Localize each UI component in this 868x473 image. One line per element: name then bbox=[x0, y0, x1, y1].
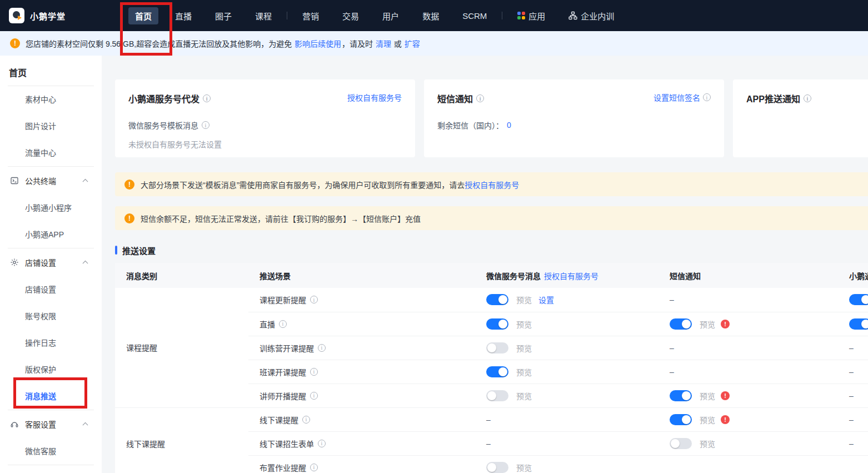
preview-link[interactable]: 预览 bbox=[700, 416, 715, 425]
main-nav: 首页 直播 圈子 课程 营销 交易 用户 数据 SCRM 应用 企业内训 bbox=[123, 7, 626, 24]
nav-item-users[interactable]: 用户 bbox=[376, 7, 406, 24]
header-wechat-label: 微信服务号消息 bbox=[486, 272, 541, 281]
info-icon[interactable] bbox=[310, 296, 318, 303]
toggle-switch[interactable] bbox=[486, 390, 508, 401]
gear-icon bbox=[10, 258, 19, 267]
toggle-switch[interactable] bbox=[486, 294, 508, 305]
info-icon[interactable] bbox=[318, 344, 326, 352]
alert-badge-icon bbox=[721, 415, 730, 424]
sidebar-group-shop-settings: 店铺设置 店铺设置 账号权限 操作日志 版权保护 消息推送 bbox=[8, 248, 94, 410]
nav-item-enterprise-training[interactable]: 企业内训 bbox=[562, 7, 621, 24]
info-icon[interactable] bbox=[310, 464, 318, 471]
dash: – bbox=[849, 343, 854, 352]
authorize-service-account-link[interactable]: 授权自有服务号 bbox=[544, 272, 598, 281]
sidebar-group-header-common-functions[interactable]: 常用功能 bbox=[8, 465, 94, 473]
sms-cell: 预览 bbox=[659, 384, 838, 407]
card-title-text: APP推送通知 bbox=[746, 92, 800, 105]
nav-item-scrm[interactable]: SCRM bbox=[456, 8, 493, 23]
toggle-switch[interactable] bbox=[670, 438, 692, 449]
preview-link[interactable]: 预览 bbox=[700, 392, 715, 401]
nav-item-apps-label: 应用 bbox=[528, 10, 545, 22]
authorize-service-account-link[interactable]: 授权自有服务号 bbox=[465, 181, 519, 190]
sidebar-group-header-customer-service[interactable]: 客服设置 bbox=[8, 410, 94, 438]
sidebar-item-wechat-service[interactable]: 微信客服 bbox=[8, 438, 94, 465]
wechat-cell: 预览 bbox=[475, 384, 659, 407]
section-accent-bar bbox=[115, 246, 117, 255]
sidebar-item-mini-program[interactable]: 小鹅通小程序 bbox=[8, 195, 94, 221]
top-nav-bar: 小鹅学堂 首页 直播 圈子 课程 营销 交易 用户 数据 SCRM 应用 企 bbox=[0, 0, 868, 31]
nav-item-marketing[interactable]: 营销 bbox=[296, 7, 326, 24]
expand-capacity-link[interactable]: 扩容 bbox=[405, 39, 420, 48]
sidebar-group-header-public-terminal[interactable]: 公共终端 bbox=[8, 167, 94, 195]
sidebar-item-xiaoe-app[interactable]: 小鹅通APP bbox=[8, 221, 94, 248]
storage-alert-text-or: 或 bbox=[392, 39, 404, 48]
preview-link[interactable]: 预览 bbox=[516, 344, 532, 353]
toggle-switch[interactable] bbox=[849, 294, 868, 305]
nav-item-data[interactable]: 数据 bbox=[416, 7, 446, 24]
info-icon[interactable] bbox=[476, 94, 484, 102]
preview-link[interactable]: 预览 bbox=[516, 392, 532, 401]
header-category: 消息类别 bbox=[115, 263, 248, 288]
sidebar-item-material-center[interactable]: 素材中心 bbox=[8, 86, 94, 113]
warning-text: 大部分场景下发送“模板消息”需使用商家自有服务号，为确保用户可收取到所有重要通知… bbox=[141, 179, 519, 190]
info-icon[interactable] bbox=[202, 121, 209, 129]
info-icon[interactable] bbox=[310, 368, 318, 376]
wechat-cell: 预览 bbox=[475, 360, 659, 384]
sidebar-group-header-shop-settings[interactable]: 店铺设置 bbox=[8, 248, 94, 276]
preview-link[interactable]: 预览 bbox=[700, 440, 715, 449]
toggle-switch[interactable] bbox=[486, 342, 508, 353]
info-icon[interactable] bbox=[302, 416, 310, 424]
card-sms-notice: 短信通知 设置短信签名 剩余短信（国内）： 0 bbox=[424, 79, 724, 157]
toggle-switch[interactable] bbox=[486, 318, 508, 330]
authorize-service-account-link[interactable]: 授权自有服务号 bbox=[347, 92, 402, 103]
preview-link[interactable]: 预览 bbox=[516, 296, 532, 305]
sidebar-item-image-design[interactable]: 图片设计 bbox=[8, 113, 94, 140]
info-icon[interactable] bbox=[703, 93, 711, 101]
affect-usage-link[interactable]: 影响后续使用 bbox=[295, 39, 341, 48]
nav-item-circle[interactable]: 圈子 bbox=[208, 7, 238, 24]
storage-alert-banner: 您店铺的素材空间仅剩 9.56 GB,超容会造成直播无法回放及其他影响，为避免 … bbox=[0, 31, 868, 56]
brand[interactable]: 小鹅学堂 bbox=[9, 8, 66, 23]
sms-signature-action: 设置短信签名 bbox=[654, 92, 711, 103]
toggle-switch[interactable] bbox=[670, 390, 692, 401]
nav-item-live[interactable]: 直播 bbox=[168, 7, 198, 24]
nav-item-apps[interactable]: 应用 bbox=[511, 7, 552, 24]
sidebar-item-shop-settings[interactable]: 店铺设置 bbox=[8, 276, 94, 303]
nav-item-home[interactable]: 首页 bbox=[128, 7, 158, 24]
sidebar-item-message-push[interactable]: 消息推送 bbox=[8, 383, 94, 410]
sidebar-title-home[interactable]: 首页 bbox=[8, 56, 94, 86]
sidebar-item-copyright-protection[interactable]: 版权保护 bbox=[8, 356, 94, 383]
dash: – bbox=[670, 295, 674, 304]
info-icon[interactable] bbox=[203, 94, 211, 102]
sidebar-item-operation-log[interactable]: 操作日志 bbox=[8, 330, 94, 356]
info-icon[interactable] bbox=[318, 440, 326, 447]
toggle-switch[interactable] bbox=[849, 318, 868, 330]
preview-link[interactable]: 预览 bbox=[516, 464, 532, 472]
toggle-switch[interactable] bbox=[486, 366, 508, 377]
toggle-switch[interactable] bbox=[670, 318, 692, 330]
card-title: 短信通知 bbox=[437, 92, 484, 105]
settings-link[interactable]: 设置 bbox=[538, 296, 554, 305]
terminal-icon bbox=[10, 176, 19, 185]
sms-cell: 预览 bbox=[659, 431, 838, 455]
toggle-switch[interactable] bbox=[486, 462, 508, 473]
remaining-sms-value[interactable]: 0 bbox=[507, 121, 511, 130]
sidebar-item-account-permissions[interactable]: 账号权限 bbox=[8, 303, 94, 330]
info-icon[interactable] bbox=[804, 94, 811, 102]
sidebar-group-public-terminal: 公共终端 小鹅通小程序 小鹅通APP bbox=[8, 166, 94, 248]
info-icon[interactable] bbox=[279, 320, 287, 328]
sidebar-item-traffic-center[interactable]: 流量中心 bbox=[8, 140, 94, 166]
toggle-switch[interactable] bbox=[670, 414, 692, 425]
nav-item-course[interactable]: 课程 bbox=[248, 7, 278, 24]
chevron-up-icon bbox=[83, 261, 88, 266]
preview-link[interactable]: 预览 bbox=[516, 368, 532, 377]
preview-link[interactable]: 预览 bbox=[516, 320, 532, 329]
category-cell-offline-course-reminder: 线下课提醒 bbox=[115, 407, 248, 473]
info-icon[interactable] bbox=[310, 392, 318, 400]
clean-up-link[interactable]: 清理 bbox=[376, 39, 391, 48]
set-sms-signature-link[interactable]: 设置短信签名 bbox=[654, 92, 700, 103]
nav-item-trade[interactable]: 交易 bbox=[336, 7, 366, 24]
card-line: 微信服务号模板消息 bbox=[128, 120, 402, 131]
remaining-sms-label: 剩余短信（国内）： bbox=[437, 120, 503, 131]
preview-link[interactable]: 预览 bbox=[700, 320, 715, 329]
